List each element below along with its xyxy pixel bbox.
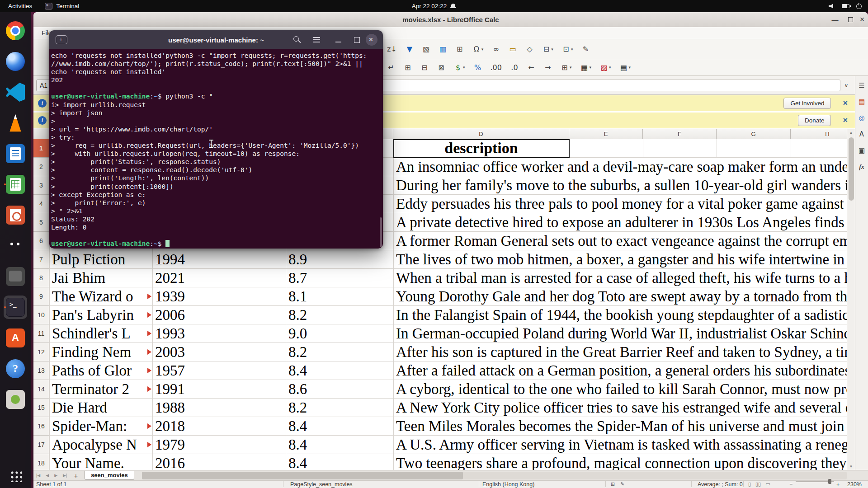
cell-rating[interactable]: 8.4 [288,436,307,454]
cell-title[interactable]: Apocalypse N [52,436,147,454]
scroll-down-icon[interactable]: ▼ [847,465,855,469]
app-grid-icon[interactable] [9,469,22,482]
document-modified-icon[interactable]: ✎ [620,481,624,488]
minimize-button[interactable]: — [829,14,841,25]
decrease-indent-icon[interactable]: ← [527,63,535,72]
column-header-G[interactable]: G [717,129,791,139]
hamburger-menu-icon[interactable] [311,34,322,45]
border-style-icon[interactable]: ▦▾ [580,63,592,72]
vertical-scrollbar[interactable]: ▲ ▼ [847,129,855,470]
libreoffice-calc-icon[interactable] [4,173,27,196]
sheet-tab-seen-movies[interactable]: seen_movies [85,471,134,480]
cell-rating[interactable]: 8.4 [288,454,307,470]
zoom-slider-thumb[interactable] [828,479,831,484]
row-header-7[interactable]: 7 [33,250,49,269]
first-sheet-button[interactable]: |◀ [33,473,43,478]
row-header-17[interactable]: 17 [33,436,49,454]
column-header-D[interactable]: D [393,129,569,139]
scroll-up-icon[interactable]: ▲ [847,131,855,135]
insert-comment-icon[interactable]: ▭ [509,45,517,53]
cell-description[interactable]: A U.S. Army officer serving in Vietnam i… [396,436,847,454]
close-button[interactable]: × [856,14,868,25]
cell-year[interactable]: 1957 [155,361,185,380]
previous-sheet-button[interactable]: ◀ [43,473,52,478]
row-header-14[interactable]: 14 [33,380,49,399]
libreoffice-writer-icon[interactable] [4,142,27,165]
cell-description[interactable]: A New York City police officer tries to … [396,399,847,417]
cell-title[interactable]: Schindler's L [52,324,147,343]
cell-year[interactable]: 1994 [155,250,185,268]
row-header-2[interactable]: 2 [33,158,49,176]
cell-rating[interactable]: 8.7 [288,269,307,287]
conditional-format-icon[interactable]: ▤▾ [620,63,631,72]
row-header-15[interactable]: 15 [33,399,49,417]
delete-decimal-icon[interactable]: .0 [510,63,519,72]
cell-title[interactable]: Pulp Fiction [52,250,147,268]
maximize-button[interactable] [844,14,856,25]
background-color-icon[interactable]: ▨▾ [600,63,611,72]
calc-titlebar[interactable]: movies.xlsx - LibreOffice Calc — × [33,12,868,27]
row-header-11[interactable]: 11 [33,324,49,343]
split-window-icon[interactable]: ⊡▾ [562,45,573,53]
cell-title[interactable]: Finding Nem [52,343,147,361]
terminal-close-icon[interactable] [366,34,377,46]
next-sheet-button[interactable]: ▶ [52,473,60,478]
cell-year[interactable]: 1979 [155,436,185,454]
gallery-deck-icon[interactable]: ▣ [859,147,865,154]
sidebar-settings-icon[interactable]: ☰ [859,82,864,89]
percent-format-icon[interactable]: % [474,63,482,72]
book-view-icon[interactable]: ▭ [765,481,770,488]
infobar-close-icon[interactable]: × [843,116,848,124]
cell-description[interactable]: Two teenagers share a profound, magical … [396,454,847,470]
cell-description[interactable]: After a failed attack on a German positi… [396,361,847,380]
clock-widget[interactable]: Apr 22 02:22 [412,0,456,12]
single-page-view-icon[interactable]: ▯ [748,481,751,488]
cell-year[interactable]: 2021 [155,269,185,287]
terminal-output[interactable]: echo 'requests not installed'python3 -c … [49,49,383,249]
zoom-out-button[interactable]: − [789,481,793,488]
increase-indent-icon[interactable]: → [544,63,552,72]
cell-year[interactable]: 2003 [155,343,185,361]
focused-app-menu[interactable]: Terminal [45,3,79,9]
row-header-1[interactable]: 1 [33,139,49,158]
cell-description[interactable]: After his son is captured in the Great B… [396,343,847,361]
row-header-13[interactable]: 13 [33,361,49,380]
cell-description[interactable]: Young Dorothy Gale and her dog Toto are … [396,287,847,305]
help-icon[interactable] [4,357,27,380]
cell-title[interactable]: Terminator 2 [52,380,147,398]
activities-button[interactable]: Activities [8,3,32,9]
insert-image-icon[interactable]: ▧ [422,45,430,53]
ubuntu-software-icon[interactable] [4,326,27,350]
infobar-close-icon[interactable]: × [843,99,848,107]
last-sheet-button[interactable]: ▶| [60,473,70,478]
vertical-scroll-thumb[interactable] [849,137,854,201]
column-header-E[interactable]: E [569,129,643,139]
language-label[interactable]: English (Hong Kong) [482,481,534,488]
styles-deck-icon[interactable]: A [859,131,864,138]
cell-rating[interactable]: 8.1 [288,287,307,305]
insert-hyperlink-icon[interactable]: ∞ [492,45,500,53]
cell-title[interactable]: Pan's Labyrin [52,306,147,324]
row-header-18[interactable]: 18 [33,454,49,470]
search-icon[interactable] [292,34,302,45]
cell-rating[interactable]: 8.4 [288,417,307,435]
cell-year[interactable]: 2006 [155,306,185,324]
functions-deck-icon[interactable]: fx [859,164,864,171]
terminal-maximize-icon[interactable] [351,34,362,45]
autofilter-icon[interactable]: ▼ [406,45,414,53]
merge-cells-icon[interactable]: ⊞ [404,63,412,72]
libreoffice-impress-icon[interactable] [4,203,27,227]
expand-formula-bar-icon[interactable]: ∨ [840,82,852,89]
gimp-icon[interactable] [4,234,27,258]
row-header-5[interactable]: 5 [33,213,49,232]
cell-title[interactable]: The Wizard o [52,287,147,305]
vscode-icon[interactable] [4,80,27,104]
freeze-panes-icon[interactable]: ⊟▾ [542,45,553,53]
borders-icon[interactable]: ⊞▾ [561,63,572,72]
files-icon[interactable] [4,265,27,288]
cell-description[interactable]: A private detective hired to expose an a… [396,213,847,231]
cell-year[interactable]: 1988 [155,399,185,417]
wrap-text-icon[interactable]: ↵ [387,63,395,72]
cell-title[interactable]: Spider-Man: [52,417,147,435]
cell-description[interactable]: In the Falangist Spain of 1944, the book… [396,306,847,324]
